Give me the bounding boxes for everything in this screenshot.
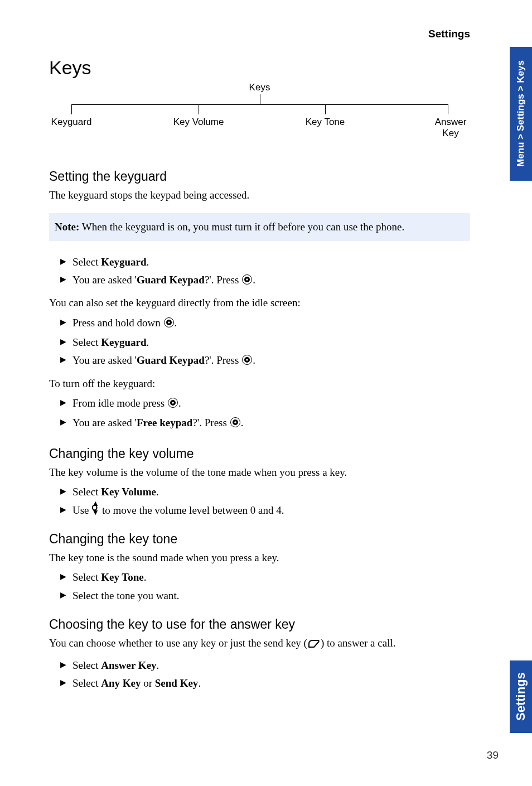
tree-leaf-keyguard: Keyguard [49,117,94,128]
svg-point-5 [168,321,170,324]
section-header: Settings [49,28,470,40]
svg-point-2 [246,278,248,281]
center-key-icon [241,273,253,291]
updown-icon: ▲O▼ [91,502,99,514]
keyguard-intro: The keyguard stops the keypad being acce… [49,187,470,203]
page-title: Keys [49,57,470,79]
nav-tree: Keys Keyguard Key Volume Key Tone Answer… [49,82,470,149]
tree-leaf-answerkey: AnswerKey [428,117,473,139]
step-idle-press: From idle mode press . [60,394,470,414]
heading-keytone: Changing the key tone [49,532,470,547]
step-select-keyvolume: Select Key Volume. [60,483,470,501]
keyguard-off-intro: To turn off the keyguard: [49,376,470,392]
step-select-keytone: Select Key Tone. [60,568,470,586]
center-key-icon [230,416,241,433]
step-select-tone: Select the tone you want. [60,587,470,605]
svg-point-14 [234,422,236,424]
note-body: When the keyguard is on, you must turn i… [79,221,404,233]
step-select-keyguard-1: Select Keyguard. [60,253,470,271]
keytone-intro: The key tone is the sound made when you … [49,550,470,566]
tree-leaf-keyvolume: Key Volume [171,117,226,128]
step-free-keypad: You are asked 'Free keypad?'. Press . [60,414,470,433]
heading-keyvolume: Changing the key volume [49,446,470,461]
breadcrumb-tab: Menu > Settings > Keys [510,47,532,181]
send-key-icon [307,638,321,653]
keyvolume-intro: The key volume is the volume of the tone… [49,465,470,480]
step-select-keyguard-2: Select Keyguard. [60,334,470,351]
svg-point-8 [246,359,248,361]
page-number: 39 [487,749,499,761]
step-select-answerkey: Select Answer Key. [60,657,470,674]
tree-root-label: Keys [249,82,270,93]
center-key-icon [241,353,253,371]
heading-answerkey: Choosing the key to use for the answer k… [49,617,470,632]
keyguard-idle-intro: You can also set the keyguard directly f… [49,295,470,311]
heading-keyguard: Setting the keyguard [49,169,470,184]
tree-leaf-keytone: Key Tone [300,117,350,128]
answerkey-intro: You can choose whether to use any key or… [49,635,470,653]
section-tab: Settings [510,660,532,733]
step-press-hold: Press and hold down . [60,314,470,334]
keyguard-note: Note: When the keyguard is on, you must … [49,213,470,241]
center-key-icon [167,396,178,414]
step-select-anykey-sendkey: Select Any Key or Send Key. [60,674,470,692]
step-updown-volume: Use ▲O▼ to move the volume level between… [60,502,470,519]
svg-point-11 [172,402,174,404]
step-guard-keypad-2: You are asked 'Guard Keypad?'. Press . [60,351,470,371]
step-guard-keypad-1: You are asked 'Guard Keypad?'. Press . [60,271,470,291]
center-key-icon [163,316,175,334]
note-label: Note: [55,221,79,233]
